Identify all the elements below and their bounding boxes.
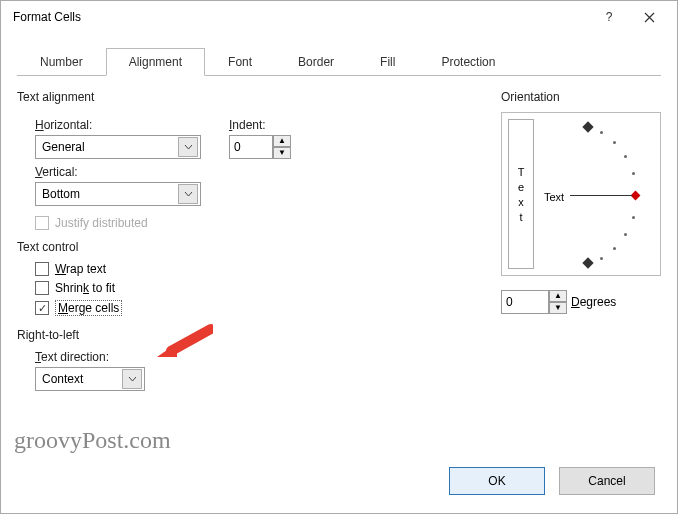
degrees-down[interactable]: ▼ [549,302,567,314]
text-direction-value: Context [42,372,83,386]
ok-button[interactable]: OK [449,467,545,495]
orientation-control[interactable]: Text Text [501,112,661,276]
chevron-down-icon [178,137,198,157]
indent-up[interactable]: ▲ [273,135,291,147]
horizontal-value: General [42,140,85,154]
degrees-up[interactable]: ▲ [549,290,567,302]
horizontal-select[interactable]: General [35,135,201,159]
section-orientation: Orientation [501,90,661,104]
orientation-dial[interactable]: Text [538,119,654,269]
indent-label: Indent: [229,118,291,132]
merge-cells-checkbox[interactable] [35,301,49,315]
chevron-down-icon [178,184,198,204]
shrink-to-fit-checkbox[interactable] [35,281,49,295]
indent-spinner[interactable]: ▲ ▼ [229,135,291,159]
vertical-value: Bottom [42,187,80,201]
tab-number[interactable]: Number [17,48,106,76]
shrink-to-fit-label: Shrink to fit [55,281,115,295]
justify-distributed-label: Justify distributed [55,216,148,230]
degrees-spinner[interactable]: ▲ ▼ [501,290,567,314]
format-cells-dialog: Format Cells ? Number Alignment Font Bor… [0,0,678,514]
tab-protection[interactable]: Protection [418,48,518,76]
vertical-text-button[interactable]: Text [508,119,534,269]
watermark: groovyPost.com [14,427,171,454]
tab-fill[interactable]: Fill [357,48,418,76]
dialog-title: Format Cells [9,10,589,24]
button-row: OK Cancel [1,457,677,513]
text-direction-label: Text direction: [35,350,477,364]
wrap-text-label: Wrap text [55,262,106,276]
degrees-label: Degrees [571,295,616,309]
chevron-down-icon [122,369,142,389]
text-direction-select[interactable]: Context [35,367,145,391]
section-text-control: Text control [17,240,477,254]
close-icon [644,12,655,23]
horizontal-label: Horizontal: [35,118,201,132]
titlebar: Format Cells ? [1,1,677,33]
tab-alignment[interactable]: Alignment [106,48,205,76]
dial-text: Text [544,191,564,203]
close-button[interactable] [629,3,669,31]
wrap-text-checkbox[interactable] [35,262,49,276]
tab-font[interactable]: Font [205,48,275,76]
cancel-button[interactable]: Cancel [559,467,655,495]
dialog-content: Number Alignment Font Border Fill Protec… [1,33,677,457]
tab-border[interactable]: Border [275,48,357,76]
indent-down[interactable]: ▼ [273,147,291,159]
vertical-label: Vertical: [35,165,477,179]
section-text-alignment: Text alignment [17,90,477,104]
justify-distributed-checkbox [35,216,49,230]
section-right-to-left: Right-to-left [17,328,477,342]
vertical-select[interactable]: Bottom [35,182,201,206]
indent-input[interactable] [229,135,273,159]
tab-strip: Number Alignment Font Border Fill Protec… [17,47,661,76]
degrees-input[interactable] [501,290,549,314]
merge-cells-label: Merge cells [55,300,122,316]
help-button[interactable]: ? [589,3,629,31]
